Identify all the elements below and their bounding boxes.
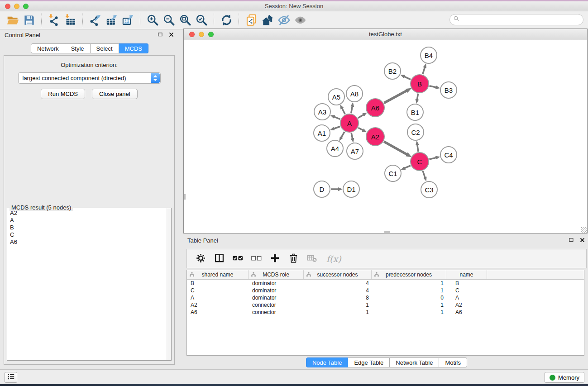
graph-edge-C-C2[interactable] [417, 145, 418, 152]
graph-node-B2[interactable]: B2 [384, 62, 401, 80]
cell-MCDS-role[interactable]: dominator [249, 287, 304, 294]
graph-edge-A6-B[interactable] [384, 91, 407, 103]
cell-successor-nodes[interactable]: 4 [304, 287, 372, 294]
toolbar-hide-details-button[interactable] [276, 13, 292, 28]
cell-MCDS-role[interactable]: dominator [249, 280, 304, 286]
table-row-C[interactable]: Cdominator41C [187, 287, 584, 294]
graph-node-B3[interactable]: B3 [440, 81, 457, 99]
graph-edge-B-B3[interactable] [430, 86, 436, 87]
toolbar-show-details-button[interactable] [292, 13, 308, 28]
vertical-scroll-mark[interactable] [184, 194, 186, 200]
column-header-shared-name[interactable]: shared name [187, 270, 249, 279]
toolbar-zoom-selected-button[interactable] [193, 13, 210, 28]
graph-edge-B-B1[interactable] [417, 94, 418, 100]
close-panel-button[interactable]: Close panel [92, 89, 138, 99]
control-panel-close-button[interactable] [167, 32, 175, 39]
tab-node-table[interactable]: Node Table [306, 357, 349, 367]
table-row-A[interactable]: Adominator80A [187, 294, 584, 301]
result-item[interactable]: A [7, 217, 166, 224]
toolbar-import-table-button[interactable] [62, 13, 78, 28]
tab-edge-table[interactable]: Edge Table [348, 357, 390, 367]
graph-node-C1[interactable]: C1 [384, 165, 402, 182]
graph-edge-A-A2[interactable] [359, 128, 363, 130]
cell-shared-name[interactable]: B [187, 280, 249, 286]
table-row-B[interactable]: Bdominator41B [187, 280, 584, 287]
cell-MCDS-role[interactable]: connector [249, 302, 304, 308]
cell-shared-name[interactable]: C [187, 287, 249, 294]
toolbar-export-image-button[interactable] [120, 13, 136, 28]
cell-successor-nodes[interactable]: 1 [304, 309, 372, 315]
table-panel-close-button[interactable] [578, 237, 586, 244]
graph-node-B1[interactable]: B1 [406, 104, 424, 121]
cell-predecessor-nodes[interactable]: 1 [372, 302, 446, 308]
tab-mcds[interactable]: MCDS [119, 43, 148, 53]
search-input[interactable] [460, 15, 583, 24]
graph-edge-B-B2[interactable] [404, 76, 411, 80]
horizontal-scroll-mark[interactable] [384, 231, 390, 233]
table-panel-float-button[interactable] [568, 237, 575, 244]
graph-edge-C-C1[interactable] [405, 166, 411, 168]
table-toolbar-plus-button[interactable] [269, 253, 281, 265]
toolbar-open-folder-button[interactable] [5, 13, 21, 28]
graph-edge-A-A5[interactable] [342, 108, 345, 114]
graph-node-A[interactable]: A [340, 114, 359, 133]
table-row-A6[interactable]: A6connector11A6 [187, 309, 584, 316]
cell-predecessor-nodes[interactable]: 1 [372, 309, 446, 315]
resize-grip[interactable] [581, 227, 587, 233]
graph-node-A4[interactable]: A4 [326, 140, 344, 157]
cell-MCDS-role[interactable]: connector [249, 309, 304, 315]
graph-node-A6[interactable]: A6 [366, 98, 385, 117]
graph-edge-A-A7[interactable] [351, 133, 353, 139]
graph-node-C4[interactable]: C4 [440, 146, 457, 163]
cell-name[interactable]: A6 [446, 309, 487, 315]
column-header-MCDS-role[interactable]: MCDS role [249, 270, 304, 279]
tab-network-table[interactable]: Network Table [390, 357, 439, 367]
toolbar-export-table-button[interactable] [103, 13, 120, 28]
graph-edge-B-B4[interactable] [423, 67, 425, 74]
graph-edge-A2-C[interactable] [384, 142, 407, 155]
result-scrollbar[interactable] [167, 208, 171, 360]
cell-predecessor-nodes[interactable]: 1 [372, 287, 446, 294]
graph-edge-A-A3[interactable] [334, 117, 340, 119]
column-header-name[interactable]: name [446, 270, 487, 279]
tab-motifs[interactable]: Motifs [439, 357, 467, 367]
cell-predecessor-nodes[interactable]: 0 [372, 295, 446, 301]
toolbar-clone-network-button[interactable] [243, 13, 259, 28]
cell-shared-name[interactable]: A6 [187, 309, 249, 315]
graph-node-B4[interactable]: B4 [420, 47, 437, 64]
graph-node-C[interactable]: C [410, 152, 429, 171]
graph-node-C3[interactable]: C3 [421, 181, 438, 198]
toolbar-zoom-in-button[interactable] [144, 13, 161, 28]
cell-name[interactable]: B [446, 280, 487, 286]
result-item[interactable]: A6 [7, 238, 166, 246]
graph-edge-A-A4[interactable] [341, 132, 344, 138]
graph-edge-A-A8[interactable] [351, 106, 353, 114]
column-header-predecessor-nodes[interactable]: predecessor nodes [372, 270, 446, 279]
graph-node-A2[interactable]: A2 [366, 127, 385, 146]
graph-node-D1[interactable]: D1 [343, 181, 360, 198]
criterion-dropdown[interactable]: largest connected component (directed) [18, 72, 161, 84]
task-history-button[interactable] [5, 372, 17, 383]
toolbar-save-button[interactable] [21, 13, 37, 28]
result-item[interactable]: A2 [7, 210, 166, 217]
tab-select[interactable]: Select [91, 43, 119, 53]
toolbar-zoom-out-button[interactable] [161, 13, 177, 28]
cell-name[interactable]: A [446, 295, 487, 301]
graph-node-B[interactable]: B [410, 74, 429, 93]
cell-successor-nodes[interactable]: 4 [304, 280, 372, 286]
graph-edge-C-C4[interactable] [429, 157, 436, 159]
cell-name[interactable]: C [446, 287, 487, 294]
column-header-successor-nodes[interactable]: successor nodes [304, 270, 372, 279]
toolbar-refresh-button[interactable] [218, 13, 234, 28]
toolbar-home-button[interactable] [259, 13, 276, 28]
graph-node-C2[interactable]: C2 [407, 124, 424, 141]
cell-MCDS-role[interactable]: dominator [249, 295, 304, 301]
tab-network[interactable]: Network [31, 43, 65, 53]
memory-button[interactable]: Memory [545, 372, 584, 383]
graph-edge-C-C3[interactable] [423, 171, 425, 178]
cell-name[interactable]: A2 [446, 302, 487, 308]
tab-style[interactable]: Style [65, 43, 91, 53]
table-toolbar-columns-button[interactable] [213, 253, 225, 265]
graph-edge-A-A1[interactable] [334, 127, 340, 129]
toolbar-import-network-button[interactable] [46, 13, 62, 28]
